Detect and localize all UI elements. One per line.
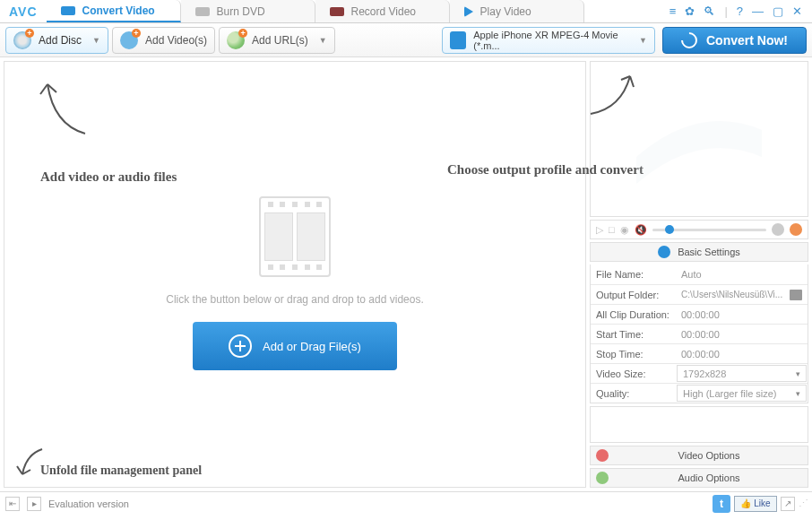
hint-arrow-icon xyxy=(31,71,94,143)
quality-select[interactable]: High (Larger file size)▾ xyxy=(677,385,807,402)
twitter-button[interactable]: t xyxy=(713,495,730,513)
hint-choose-profile: Choose output profile and convert xyxy=(447,162,644,178)
window-controls: ≡ ✿ 🔍︎ | ? — ▢ ✕ xyxy=(660,4,812,18)
status-text: Evaluation version xyxy=(48,498,129,509)
trim-icon[interactable] xyxy=(790,223,802,236)
mute-button[interactable]: 🔇 xyxy=(635,224,647,236)
tabs: Convert Video Burn DVD Record Video Play… xyxy=(47,0,660,22)
stop-button[interactable]: □ xyxy=(609,224,615,235)
basic-settings-header: Basic Settings xyxy=(590,242,808,262)
tab-play-video[interactable]: Play Video xyxy=(450,0,584,22)
player-controls: ▷ □ ◉ 🔇 xyxy=(590,220,808,239)
chevron-down-icon: ▾ xyxy=(796,389,800,398)
filmstrip-icon xyxy=(627,94,771,184)
tab-burn-dvd[interactable]: Burn DVD xyxy=(181,0,315,22)
close-icon[interactable]: ✕ xyxy=(790,4,805,18)
tab-record-video[interactable]: Record Video xyxy=(315,0,450,22)
settings-table: File Name:Auto Output Folder:C:\Users\Ni… xyxy=(590,264,808,403)
browse-folder-button[interactable] xyxy=(790,290,802,300)
spacer xyxy=(590,406,808,443)
film-icon: + xyxy=(120,31,138,49)
row-video-size: Video Size:1792x828▾ xyxy=(591,363,808,383)
maximize-icon[interactable]: ▢ xyxy=(770,4,786,18)
volume-slider[interactable] xyxy=(652,229,766,231)
play-icon xyxy=(464,6,473,17)
settings-icon[interactable]: ✿ xyxy=(682,4,697,18)
menu-icon[interactable]: ≡ xyxy=(667,4,679,18)
snapshot-button[interactable]: ◉ xyxy=(620,224,629,236)
resize-grip-icon[interactable]: ⋰ xyxy=(799,498,807,509)
record-icon xyxy=(330,7,344,16)
row-start-time: Start Time:00:00:00 xyxy=(591,324,808,343)
hint-add-files: Add video or audio files xyxy=(40,169,177,185)
titlebar: AVC Convert Video Burn DVD Record Video … xyxy=(0,0,812,23)
right-panel: Choose output profile and convert ▷ □ ◉ … xyxy=(590,61,808,488)
chevron-down-icon: ▼ xyxy=(639,36,647,45)
app-name: AVC xyxy=(0,4,47,19)
filmstrip-placeholder-icon xyxy=(259,196,331,277)
panel-expand-button[interactable]: ▸ xyxy=(27,497,41,511)
tab-convert-video[interactable]: Convert Video xyxy=(47,0,181,22)
popout-button[interactable]: ↗ xyxy=(781,497,795,511)
row-file-name: File Name:Auto xyxy=(591,264,808,284)
play-button[interactable]: ▷ xyxy=(596,224,603,236)
statusbar: ⇤ ▸ Evaluation version t 👍Like ↗ ⋰ xyxy=(0,491,812,515)
facebook-like-button[interactable]: 👍Like xyxy=(734,496,777,512)
help-icon[interactable]: ? xyxy=(734,4,746,18)
row-stop-time: Stop Time:00:00:00 xyxy=(591,343,808,363)
chevron-down-icon: ▼ xyxy=(319,36,327,45)
chevron-down-icon: ▾ xyxy=(796,369,800,378)
disc-icon xyxy=(195,7,210,16)
minimize-icon[interactable]: — xyxy=(749,4,766,18)
video-options-header[interactable]: Video Options xyxy=(590,446,808,465)
row-clip-duration: All Clip Duration:00:00:00 xyxy=(591,304,808,324)
add-or-drag-files-button[interactable]: Add or Drag File(s) xyxy=(193,322,397,370)
profile-icon xyxy=(450,31,466,49)
add-urls-button[interactable]: + Add URL(s) ▼ xyxy=(219,27,335,54)
preview-pane: Choose output profile and convert xyxy=(590,61,808,217)
plus-icon xyxy=(229,334,252,358)
video-icon xyxy=(596,449,609,462)
panel-collapse-button[interactable]: ⇤ xyxy=(5,497,20,511)
main-drop-area[interactable]: Add video or audio files Click the butto… xyxy=(4,61,586,488)
audio-options-header[interactable]: Audio Options xyxy=(590,468,808,488)
disc-icon: + xyxy=(13,31,31,49)
snapshot-icon[interactable] xyxy=(772,223,784,236)
convert-icon xyxy=(678,29,700,51)
toolbar: + Add Disc ▼ + Add Video(s) + Add URL(s)… xyxy=(0,23,812,57)
row-output-folder: Output Folder:C:\Users\NilsNeusüß\Vi... xyxy=(591,284,808,304)
convert-now-button[interactable]: Convert Now! xyxy=(662,27,807,54)
chevron-down-icon: ▼ xyxy=(92,36,100,45)
body: Add video or audio files Click the butto… xyxy=(0,57,812,491)
search-icon[interactable]: 🔍︎ xyxy=(701,4,718,18)
row-quality: Quality:High (Larger file size)▾ xyxy=(591,383,808,403)
drop-description: Click the button below or drag and drop … xyxy=(166,293,424,306)
wrench-icon xyxy=(658,246,670,258)
output-profile-selector[interactable]: Apple iPhone XR MPEG-4 Movie (*.m... ▼ xyxy=(442,27,655,54)
video-size-select[interactable]: 1792x828▾ xyxy=(677,365,807,382)
audio-icon xyxy=(596,472,609,484)
add-disc-button[interactable]: + Add Disc ▼ xyxy=(5,27,108,54)
globe-icon: + xyxy=(227,31,245,49)
add-videos-button[interactable]: + Add Video(s) xyxy=(112,27,215,54)
convert-icon xyxy=(61,6,75,15)
hint-unfold-panel: Unfold file management panel xyxy=(40,464,202,478)
